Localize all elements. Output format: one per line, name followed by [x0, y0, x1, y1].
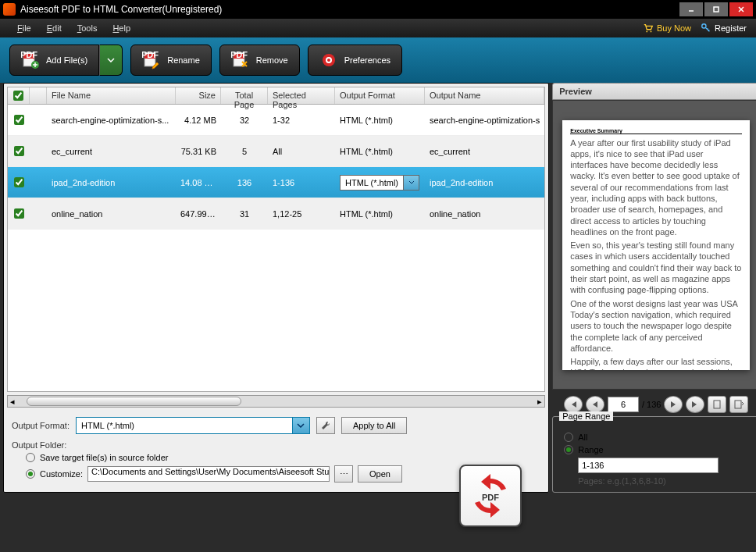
table-row[interactable]: ec_current 75.31 KB 5 All HTML (*.html) … [8, 136, 544, 167]
first-page-button[interactable] [564, 396, 583, 413]
toolbar: PDF Add File(s) PDF Rename PDF Remove Pr… [0, 37, 756, 83]
wrench-icon [320, 420, 331, 431]
col-outputname[interactable]: Output Name [425, 87, 544, 104]
apply-all-button[interactable]: Apply to All [341, 417, 407, 434]
buy-now-link[interactable]: Buy Now [643, 23, 691, 34]
convert-button[interactable]: PDF [459, 465, 522, 527]
maximize-button[interactable] [704, 2, 728, 16]
table-row[interactable]: search-engine-optimization-s... 4.12 MB … [8, 105, 544, 136]
svg-text:PDF: PDF [21, 51, 37, 59]
rename-label: Rename [167, 55, 200, 65]
menu-file[interactable]: File [9, 20, 39, 36]
app-icon [3, 3, 16, 16]
convert-icon: PDF [467, 472, 514, 519]
window-title: Aiseesoft PDF to HTML Converter(Unregist… [20, 4, 679, 15]
key-icon [701, 23, 711, 34]
page-range-title: Page Range [559, 411, 613, 421]
col-filename[interactable]: File Name [47, 87, 176, 104]
col-checkbox[interactable] [8, 87, 30, 104]
preview-title: Preview [552, 83, 756, 100]
open-button[interactable]: Open [358, 465, 402, 483]
cart-icon [643, 23, 654, 34]
svg-text:PDF: PDF [142, 51, 159, 59]
svg-point-19 [327, 59, 330, 62]
svg-point-5 [651, 31, 652, 33]
svg-text:PDF: PDF [231, 51, 248, 59]
row-checkbox[interactable] [14, 208, 24, 219]
pdf-add-icon: PDF [21, 51, 40, 69]
svg-rect-20 [714, 401, 720, 408]
svg-rect-1 [714, 7, 719, 12]
register-link[interactable]: Register [701, 23, 747, 34]
col-format[interactable]: Output Format [335, 87, 425, 104]
range-hint: Pages: e.g.(1,3,6,8-10) [578, 476, 753, 486]
row-checkbox[interactable] [14, 146, 24, 156]
page-list-button[interactable] [729, 396, 748, 413]
col-size[interactable]: Size [176, 87, 221, 104]
table-row[interactable]: ipad_2nd-edition 14.08 MB 136 1-136 HTML… [8, 167, 544, 198]
radio-save-source[interactable] [26, 453, 35, 462]
menu-edit[interactable]: Edit [39, 20, 70, 36]
preview-area: Executive Summary A year after our first… [552, 100, 756, 390]
svg-text:PDF: PDF [482, 493, 499, 502]
gear-icon [319, 51, 338, 69]
horizontal-scrollbar[interactable]: ◂▸ [7, 395, 545, 408]
preferences-label: Preferences [344, 55, 390, 65]
output-format-select[interactable]: HTML (*.html) [76, 417, 310, 434]
svg-point-4 [646, 31, 647, 33]
save-source-label: Save target file(s) in source folder [40, 453, 168, 462]
radio-all-pages[interactable] [564, 433, 573, 442]
range-input[interactable] [578, 458, 719, 473]
table-body: search-engine-optimization-s... 4.12 MB … [8, 105, 544, 391]
col-selectedpages[interactable]: Selected Pages [268, 87, 335, 104]
page-range-group: Page Range All Range Pages: e.g.(1,3,6,8… [552, 416, 756, 493]
path-input[interactable]: C:\Documents and Settings\User\My Docume… [87, 466, 330, 482]
add-file-dropdown[interactable] [99, 45, 123, 76]
prev-page-button[interactable] [586, 396, 604, 413]
titlebar: Aiseesoft PDF to HTML Converter(Unregist… [0, 0, 756, 19]
preview-page: Executive Summary A year after our first… [562, 120, 750, 370]
row-checkbox[interactable] [14, 177, 24, 187]
radio-range-pages[interactable] [564, 445, 573, 454]
row-checkbox[interactable] [14, 115, 24, 125]
page-view-button[interactable] [708, 396, 726, 413]
last-page-button[interactable] [686, 396, 704, 413]
chevron-down-icon [292, 418, 309, 433]
radio-customize[interactable] [26, 469, 35, 479]
all-pages-label: All [578, 433, 587, 442]
preferences-button[interactable]: Preferences [308, 45, 402, 76]
settings-button[interactable] [316, 417, 335, 434]
menubar: File Edit Tools Help Buy Now Register [0, 19, 756, 37]
pdf-remove-icon: PDF [231, 51, 250, 69]
col-totalpage[interactable]: Total Page [221, 87, 268, 104]
format-dropdown[interactable]: HTML (*.html) [340, 175, 419, 191]
output-format-label: Output Format: [12, 421, 70, 430]
menu-help[interactable]: Help [105, 20, 138, 36]
close-button[interactable] [729, 2, 753, 16]
file-table: File Name Size Total Page Selected Pages… [7, 87, 545, 392]
menu-tools[interactable]: Tools [70, 20, 105, 36]
rename-button[interactable]: PDF Rename [130, 45, 212, 76]
remove-label: Remove [256, 55, 288, 65]
browse-button[interactable]: ⋯ [334, 465, 353, 483]
page-number-input[interactable] [608, 397, 639, 412]
page-total: / 136 [642, 400, 661, 409]
pdf-rename-icon: PDF [142, 51, 161, 69]
svg-rect-21 [735, 401, 741, 408]
next-page-button[interactable] [664, 396, 683, 413]
add-file-button[interactable]: PDF Add File(s) [9, 45, 99, 76]
minimize-button[interactable] [679, 2, 703, 16]
remove-button[interactable]: PDF Remove [219, 45, 300, 76]
range-pages-label: Range [578, 445, 603, 454]
customize-label: Customize: [40, 469, 83, 479]
add-file-label: Add File(s) [46, 55, 87, 65]
table-row[interactable]: online_nation 647.99 KB 31 1,12-25 HTML … [8, 198, 544, 230]
output-folder-label: Output Folder: [12, 440, 540, 450]
